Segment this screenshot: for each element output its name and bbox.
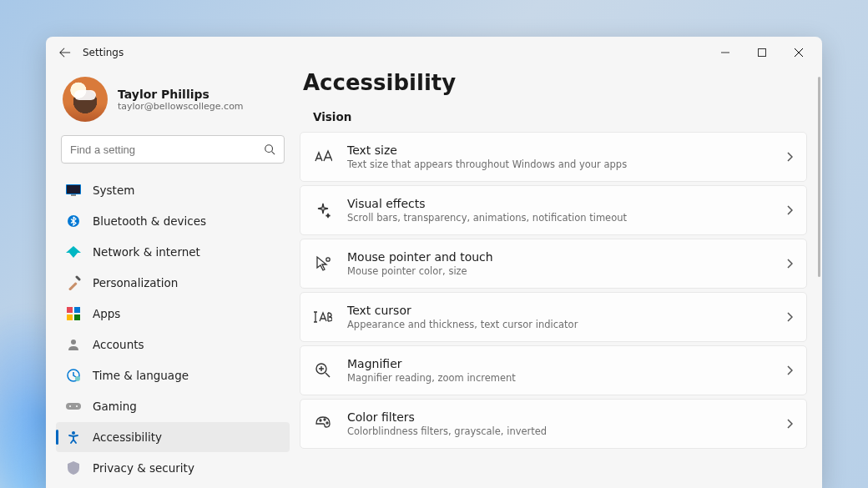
main-content: Accessibility Vision Text size Text size… bbox=[296, 68, 822, 488]
close-icon bbox=[795, 48, 803, 57]
svg-point-13 bbox=[75, 376, 80, 381]
svg-point-11 bbox=[71, 340, 76, 345]
svg-point-20 bbox=[320, 420, 321, 421]
settings-window: Settings Taylor Phillips taylor@bellowsc… bbox=[46, 37, 822, 488]
avatar bbox=[63, 77, 108, 122]
search-input[interactable] bbox=[70, 143, 264, 156]
card-title: Text cursor bbox=[347, 303, 786, 318]
system-icon bbox=[66, 183, 81, 198]
scrollbar[interactable] bbox=[818, 77, 820, 277]
nav-item-bluetooth[interactable]: Bluetooth & devices bbox=[56, 206, 290, 236]
chevron-right-icon bbox=[786, 419, 793, 429]
maximize-button[interactable] bbox=[744, 40, 780, 65]
card-color-filters[interactable]: Color filters Colorblindness filters, gr… bbox=[300, 399, 807, 449]
accessibility-icon bbox=[66, 430, 81, 445]
card-visual-effects[interactable]: Visual effects Scroll bars, transparency… bbox=[300, 185, 807, 235]
svg-rect-7 bbox=[67, 307, 73, 313]
chevron-right-icon bbox=[786, 205, 793, 215]
nav-item-accessibility[interactable]: Accessibility bbox=[56, 422, 290, 452]
palette-icon bbox=[314, 415, 332, 432]
settings-list: Text size Text size that appears through… bbox=[300, 132, 807, 449]
svg-point-22 bbox=[326, 422, 328, 424]
nav-label: Apps bbox=[93, 307, 120, 320]
accounts-icon bbox=[66, 337, 81, 352]
svg-rect-14 bbox=[66, 403, 81, 410]
cursor-icon bbox=[314, 310, 332, 324]
profile-email: taylor@bellowscollege.com bbox=[118, 101, 244, 112]
card-subtitle: Scroll bars, transparency, animations, n… bbox=[347, 212, 786, 224]
bluetooth-icon bbox=[66, 214, 81, 229]
card-subtitle: Magnifier reading, zoom increment bbox=[347, 372, 786, 385]
card-subtitle: Mouse pointer color, size bbox=[347, 265, 786, 278]
nav-label: Privacy & security bbox=[93, 461, 194, 475]
nav-item-gaming[interactable]: Gaming bbox=[56, 391, 290, 421]
chevron-right-icon bbox=[786, 312, 793, 322]
nav-label: Accessibility bbox=[93, 430, 162, 444]
card-magnifier[interactable]: Magnifier Magnifier reading, zoom increm… bbox=[300, 345, 807, 395]
card-subtitle: Colorblindness filters, grayscale, inver… bbox=[347, 425, 786, 438]
close-button[interactable] bbox=[780, 40, 817, 65]
svg-rect-4 bbox=[71, 194, 76, 196]
nav-label: Time & language bbox=[93, 369, 189, 382]
nav-list: System Bluetooth & devices Network & int… bbox=[56, 175, 290, 483]
titlebar: Settings bbox=[46, 37, 822, 68]
svg-point-17 bbox=[72, 431, 75, 435]
card-mouse-pointer[interactable]: Mouse pointer and touch Mouse pointer co… bbox=[300, 239, 807, 289]
card-title: Magnifier bbox=[347, 356, 786, 371]
svg-point-21 bbox=[324, 419, 326, 420]
search-icon bbox=[264, 143, 275, 155]
profile-name: Taylor Phillips bbox=[118, 88, 244, 101]
svg-point-15 bbox=[69, 405, 71, 407]
svg-point-16 bbox=[76, 405, 78, 407]
minimize-button[interactable] bbox=[707, 40, 744, 65]
nav-label: Network & internet bbox=[93, 245, 200, 259]
nav-label: Accounts bbox=[93, 338, 144, 351]
search-box[interactable] bbox=[61, 135, 285, 164]
card-text-cursor[interactable]: Text cursor Appearance and thickness, te… bbox=[300, 292, 807, 342]
page-title: Accessibility bbox=[300, 68, 807, 110]
nav-item-accounts[interactable]: Accounts bbox=[56, 330, 290, 360]
nav-label: Personalization bbox=[93, 276, 178, 289]
nav-item-time[interactable]: Time & language bbox=[56, 360, 290, 390]
back-button[interactable] bbox=[51, 38, 79, 67]
svg-rect-6 bbox=[68, 282, 78, 290]
privacy-icon bbox=[66, 460, 81, 475]
back-arrow-icon bbox=[59, 47, 71, 58]
nav-item-privacy[interactable]: Privacy & security bbox=[56, 453, 290, 483]
nav-label: Bluetooth & devices bbox=[93, 214, 206, 228]
nav-label: System bbox=[93, 184, 134, 197]
window-title: Settings bbox=[83, 47, 124, 58]
nav-item-system[interactable]: System bbox=[56, 175, 290, 205]
card-title: Color filters bbox=[347, 410, 786, 425]
card-title: Visual effects bbox=[347, 196, 786, 211]
apps-icon bbox=[66, 306, 81, 321]
profile-block[interactable]: Taylor Phillips taylor@bellowscollege.co… bbox=[56, 73, 290, 133]
svg-rect-0 bbox=[759, 49, 766, 57]
svg-point-18 bbox=[326, 258, 330, 261]
nav-item-apps[interactable]: Apps bbox=[56, 299, 290, 329]
personalization-icon bbox=[66, 275, 81, 290]
time-icon bbox=[66, 368, 81, 383]
chevron-right-icon bbox=[786, 259, 793, 269]
card-title: Mouse pointer and touch bbox=[347, 249, 786, 264]
chevron-right-icon bbox=[786, 152, 793, 162]
nav-label: Gaming bbox=[93, 400, 137, 413]
magnifier-icon bbox=[314, 362, 332, 379]
network-icon bbox=[66, 244, 81, 259]
chevron-right-icon bbox=[786, 365, 793, 375]
svg-point-1 bbox=[265, 145, 273, 153]
effects-icon bbox=[314, 202, 332, 219]
nav-item-personalization[interactable]: Personalization bbox=[56, 268, 290, 298]
nav-item-network[interactable]: Network & internet bbox=[56, 237, 290, 267]
svg-rect-9 bbox=[67, 314, 73, 320]
svg-rect-10 bbox=[74, 314, 80, 320]
card-subtitle: Appearance and thickness, text cursor in… bbox=[347, 319, 786, 331]
svg-rect-8 bbox=[74, 307, 80, 313]
text-size-icon bbox=[314, 149, 332, 164]
card-subtitle: Text size that appears throughout Window… bbox=[347, 158, 786, 171]
maximize-icon bbox=[758, 48, 766, 57]
card-text-size[interactable]: Text size Text size that appears through… bbox=[300, 132, 807, 182]
sidebar: Taylor Phillips taylor@bellowscollege.co… bbox=[46, 68, 296, 488]
svg-rect-3 bbox=[67, 185, 80, 194]
card-title: Text size bbox=[347, 143, 786, 158]
